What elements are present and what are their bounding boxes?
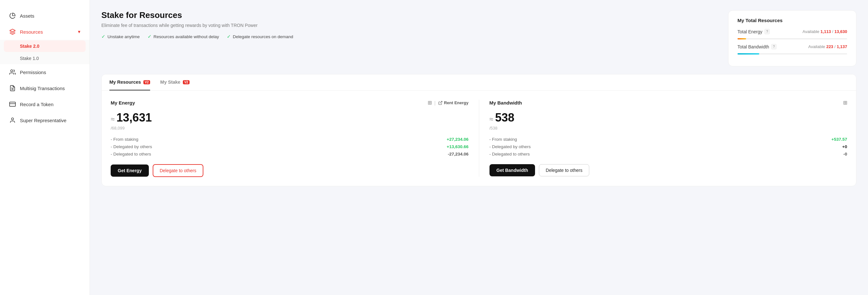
- bandwidth-resource-row: Total Bandwidth ? Available 223 / 1,137: [738, 44, 847, 50]
- header-left: Stake for Resources Eliminate fee of tra…: [101, 10, 720, 48]
- bandwidth-delegated-by-value: +0: [842, 144, 847, 149]
- energy-progress-fill: [738, 38, 746, 39]
- energy-big-number: 13,631: [117, 111, 152, 124]
- bandwidth-delegated-by-label: - Delegated by others: [490, 144, 531, 149]
- bandwidth-sub-value: /538: [490, 126, 847, 131]
- bandwidth-big-number: 538: [495, 111, 515, 124]
- energy-stat-from-staking: - From staking +27,234.06: [111, 137, 469, 142]
- sidebar-item-super-rep[interactable]: Super Representative: [0, 112, 90, 128]
- energy-stat-delegated-by: - Delegated by others +13,630.66: [111, 144, 469, 149]
- bandwidth-question-icon[interactable]: ?: [771, 44, 777, 50]
- energy-panel-title: My Energy ⊞ | Rent Energy: [111, 100, 469, 106]
- check-icon-1: ✓: [101, 34, 105, 39]
- delegate-to-others-bandwidth-button[interactable]: Delegate to others: [539, 164, 589, 176]
- energy-stat-delegated-to: - Delegated to others -27,234.06: [111, 152, 469, 157]
- sidebar-item-resources-label: Resources: [20, 29, 74, 35]
- sidebar-item-resources[interactable]: Resources ▾: [0, 24, 90, 40]
- tab-my-stake[interactable]: My Stake V2: [160, 74, 190, 91]
- bandwidth-grid-icon[interactable]: ⊞: [843, 100, 847, 106]
- chevron-down-icon: ▾: [78, 29, 81, 35]
- energy-question-icon[interactable]: ?: [765, 29, 770, 34]
- sidebar-item-assets-label: Assets: [20, 13, 34, 19]
- get-energy-button[interactable]: Get Energy: [111, 164, 149, 177]
- bandwidth-label: Total Bandwidth ?: [738, 44, 777, 50]
- bandwidth-approx-symbol: ≈: [490, 115, 493, 124]
- feature-resources: ✓ Resources available without delay: [148, 34, 219, 39]
- main-content: Stake for Resources Eliminate fee of tra…: [90, 0, 868, 295]
- energy-panel-icons: ⊞ | Rent Energy: [428, 100, 469, 106]
- energy-grid-icon[interactable]: ⊞: [428, 100, 432, 106]
- total-resources-card: My Total Resources Total Energy ? Availa…: [728, 10, 857, 66]
- energy-divider: |: [434, 100, 436, 105]
- energy-from-staking-label: - From staking: [111, 137, 138, 142]
- bandwidth-actions: Get Bandwidth Delegate to others: [490, 164, 847, 176]
- tabs-section: My Resources V2 My Stake V2 My Energy ⊞ …: [101, 74, 857, 186]
- credit-card-icon: [9, 101, 16, 108]
- sidebar-item-assets[interactable]: Assets: [0, 8, 90, 24]
- bandwidth-panel-icons: ⊞: [843, 100, 847, 106]
- sidebar: Assets Resources ▾ Stake 2.0 Stake 1.0 P…: [0, 0, 90, 295]
- feature-unstake: ✓ Unstake anytime: [101, 34, 140, 39]
- svg-rect-4: [10, 102, 16, 106]
- header-row: Stake for Resources Eliminate fee of tra…: [101, 10, 857, 66]
- energy-progress-bar: [738, 38, 847, 39]
- energy-available: Available 1,113 / 13,630: [803, 29, 847, 34]
- sidebar-item-record-token[interactable]: Record a Token: [0, 96, 90, 112]
- sidebar-item-permissions[interactable]: Permissions: [0, 64, 90, 80]
- bandwidth-panel: My Bandwidth ⊞ ≈ 538 /538 - From staking…: [479, 100, 847, 177]
- tab-my-stake-label: My Stake: [160, 79, 181, 85]
- page-title: Stake for Resources: [101, 10, 720, 20]
- bandwidth-progress-bar: [738, 53, 847, 55]
- energy-delegated-by-label: - Delegated by others: [111, 144, 152, 149]
- svg-marker-0: [10, 29, 16, 32]
- bandwidth-main-value: ≈ 538: [490, 111, 847, 124]
- bandwidth-from-staking-value: +537.57: [831, 137, 847, 142]
- bandwidth-delegated-to-value: -0: [843, 152, 847, 157]
- file-check-icon: [9, 85, 16, 92]
- delegate-to-others-energy-button[interactable]: Delegate to others: [153, 164, 204, 177]
- bandwidth-stats: - From staking +537.57 - Delegated by ot…: [490, 137, 847, 157]
- sidebar-subitem-stake1[interactable]: Stake 1.0: [0, 53, 90, 64]
- bandwidth-stat-delegated-to: - Delegated to others -0: [490, 152, 847, 157]
- check-icon-2: ✓: [148, 34, 152, 39]
- check-icon-3: ✓: [227, 34, 231, 39]
- feature-delegate-label: Delegate resources on demand: [233, 34, 293, 39]
- svg-point-6: [11, 118, 14, 120]
- feature-delegate: ✓ Delegate resources on demand: [227, 34, 293, 39]
- energy-delegated-by-value: +13,630.66: [447, 144, 469, 149]
- rent-energy-link[interactable]: Rent Energy: [438, 100, 469, 105]
- energy-delegated-to-label: - Delegated to others: [111, 152, 151, 157]
- tabs-header: My Resources V2 My Stake V2: [102, 74, 856, 91]
- sidebar-item-record-token-label: Record a Token: [20, 102, 54, 107]
- sidebar-item-multisig[interactable]: Multisig Transactions: [0, 80, 90, 96]
- users-icon: [9, 69, 16, 76]
- bandwidth-stat-from-staking: - From staking +537.57: [490, 137, 847, 142]
- tab-my-resources[interactable]: My Resources V2: [110, 74, 150, 91]
- bandwidth-available: Available 223 / 1,137: [808, 44, 847, 49]
- get-bandwidth-button[interactable]: Get Bandwidth: [490, 164, 535, 176]
- tab-my-stake-badge: V2: [183, 80, 189, 84]
- tab-my-resources-badge: V2: [144, 80, 150, 84]
- svg-point-1: [10, 70, 13, 72]
- sidebar-subitem-stake2[interactable]: Stake 2.0: [4, 40, 86, 52]
- energy-main-value: ≈ 13,631: [111, 111, 469, 124]
- bandwidth-progress-fill: [738, 53, 759, 55]
- energy-stats: - From staking +27,234.06 - Delegated by…: [111, 137, 469, 157]
- bandwidth-delegated-to-label: - Delegated to others: [490, 152, 530, 157]
- features-row: ✓ Unstake anytime ✓ Resources available …: [101, 34, 720, 39]
- sidebar-submenu-resources: Stake 2.0 Stake 1.0: [0, 40, 90, 64]
- bandwidth-stat-delegated-by: - Delegated by others +0: [490, 144, 847, 149]
- sidebar-item-super-rep-label: Super Representative: [20, 118, 66, 123]
- layers-icon: [9, 28, 16, 35]
- energy-approx-symbol: ≈: [111, 115, 115, 124]
- svg-line-7: [440, 101, 442, 103]
- sidebar-subitem-stake1-label: Stake 1.0: [20, 56, 39, 61]
- energy-delegated-to-value: -27,234.06: [448, 152, 469, 157]
- energy-sub-value: /68,099: [111, 126, 469, 131]
- user-star-icon: [9, 117, 16, 124]
- energy-from-staking-value: +27,234.06: [447, 137, 469, 142]
- sidebar-item-permissions-label: Permissions: [20, 70, 46, 75]
- sidebar-item-multisig-label: Multisig Transactions: [20, 86, 65, 91]
- feature-resources-label: Resources available without delay: [154, 34, 219, 39]
- total-resources-title: My Total Resources: [738, 18, 847, 23]
